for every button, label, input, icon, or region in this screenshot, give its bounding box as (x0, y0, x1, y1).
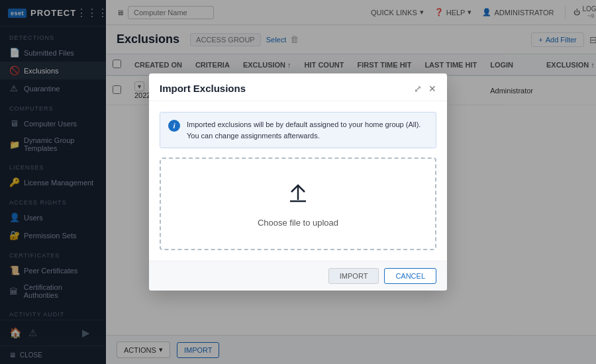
upload-zone[interactable]: Choose file to upload (160, 158, 436, 250)
expand-icon[interactable]: ⤢ (414, 83, 422, 94)
modal-cancel-button[interactable]: CANCEL (384, 268, 436, 284)
modal-title: Import Exclusions (160, 83, 246, 94)
info-icon: i (168, 120, 180, 132)
modal-body: i Imported exclusions will be by default… (149, 101, 447, 261)
close-modal-icon[interactable]: ✕ (428, 83, 436, 94)
modal-overlay: Import Exclusions ⤢ ✕ i Imported exclusi… (0, 0, 596, 364)
modal-info-box: i Imported exclusions will be by default… (160, 112, 436, 148)
modal-footer: IMPORT CANCEL (149, 261, 447, 291)
upload-icon (285, 180, 311, 210)
modal-header-icons: ⤢ ✕ (414, 83, 436, 94)
upload-text: Choose file to upload (258, 218, 338, 228)
modal-info-text: Imported exclusions will be by default a… (187, 119, 428, 141)
modal-header: Import Exclusions ⤢ ✕ (149, 73, 447, 101)
modal-import-button[interactable]: IMPORT (328, 268, 379, 284)
import-exclusions-modal: Import Exclusions ⤢ ✕ i Imported exclusi… (149, 73, 447, 291)
